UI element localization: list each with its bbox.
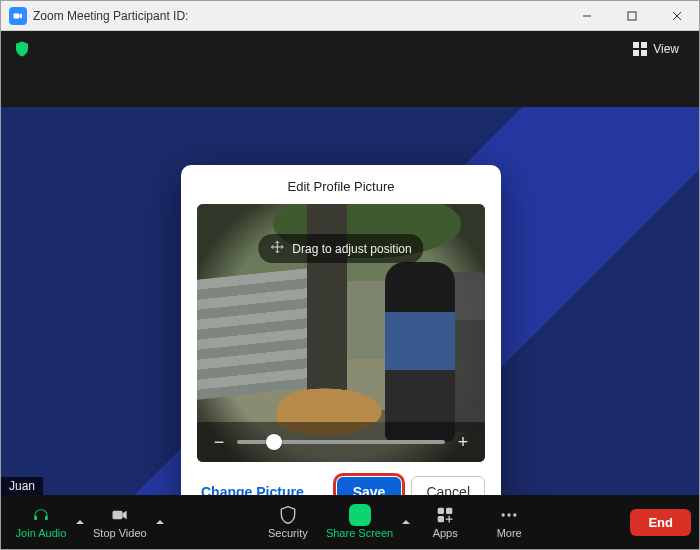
zoom-out-button[interactable]: −: [211, 432, 227, 453]
maximize-button[interactable]: [609, 1, 654, 31]
stop-video-caret[interactable]: [153, 495, 167, 549]
zoom-in-button[interactable]: +: [455, 432, 471, 453]
join-audio-button[interactable]: Join Audio: [9, 495, 73, 549]
view-grid-icon: [633, 42, 647, 56]
end-button[interactable]: End: [630, 509, 691, 536]
stop-video-button[interactable]: Stop Video: [87, 495, 153, 549]
video-canvas: Juan Edit Profile Picture: [1, 67, 699, 495]
encryption-shield-icon[interactable]: [13, 40, 31, 58]
more-icon: [499, 505, 519, 525]
save-button[interactable]: Save: [337, 477, 402, 495]
security-button[interactable]: Security: [256, 495, 320, 549]
window-title: Zoom Meeting Participant ID:: [33, 9, 188, 23]
dialog-title: Edit Profile Picture: [197, 179, 485, 194]
dialog-button-row: Change Picture Save Cancel: [197, 476, 485, 495]
apps-icon: [435, 505, 455, 525]
svg-rect-6: [641, 42, 647, 48]
move-icon: [270, 240, 284, 257]
svg-rect-9: [112, 511, 122, 519]
zoom-slider-thumb[interactable]: [266, 434, 282, 450]
join-audio-label: Join Audio: [16, 527, 67, 539]
view-button[interactable]: View: [625, 38, 687, 60]
svg-rect-0: [14, 13, 20, 18]
more-button[interactable]: More: [477, 495, 541, 549]
share-screen-button[interactable]: Share Screen: [320, 495, 399, 549]
svg-rect-2: [628, 12, 636, 20]
svg-rect-5: [633, 42, 639, 48]
meeting-top-bar: View: [1, 31, 699, 67]
meeting-area: View Juan Edit Profile Picture: [1, 31, 699, 495]
svg-point-16: [508, 513, 511, 516]
svg-rect-8: [641, 50, 647, 56]
share-screen-icon: [349, 505, 371, 525]
app-window: Zoom Meeting Participant ID: View: [0, 0, 700, 550]
headphones-icon: [31, 505, 51, 525]
share-screen-label: Share Screen: [326, 527, 393, 539]
apps-button[interactable]: Apps: [413, 495, 477, 549]
more-label: More: [497, 527, 522, 539]
drag-hint-label: Drag to adjust position: [292, 242, 411, 256]
drag-hint: Drag to adjust position: [258, 234, 423, 263]
join-audio-caret[interactable]: [73, 495, 87, 549]
stop-video-label: Stop Video: [93, 527, 147, 539]
apps-label: Apps: [433, 527, 458, 539]
svg-rect-10: [439, 508, 444, 513]
svg-rect-12: [439, 517, 444, 522]
edit-profile-picture-dialog: Edit Profile Picture: [181, 165, 501, 495]
titlebar: Zoom Meeting Participant ID:: [1, 1, 699, 31]
close-button[interactable]: [654, 1, 699, 31]
zoom-slider[interactable]: [237, 440, 445, 444]
view-label: View: [653, 42, 679, 56]
security-label: Security: [268, 527, 308, 539]
svg-rect-7: [633, 50, 639, 56]
zoom-icon: [9, 7, 27, 25]
change-picture-button[interactable]: Change Picture: [197, 478, 308, 495]
shield-icon: [278, 505, 298, 525]
svg-rect-11: [447, 508, 452, 513]
zoom-row: − +: [197, 422, 485, 462]
share-screen-caret[interactable]: [399, 495, 413, 549]
video-icon: [110, 505, 130, 525]
minimize-button[interactable]: [564, 1, 609, 31]
profile-image-crop-area[interactable]: Drag to adjust position − +: [197, 204, 485, 462]
svg-point-17: [513, 513, 516, 516]
meeting-toolbar: Join Audio Stop Video Security: [1, 495, 699, 549]
svg-point-15: [502, 513, 505, 516]
participant-name-tag: Juan: [1, 477, 43, 495]
cancel-button[interactable]: Cancel: [411, 476, 485, 495]
